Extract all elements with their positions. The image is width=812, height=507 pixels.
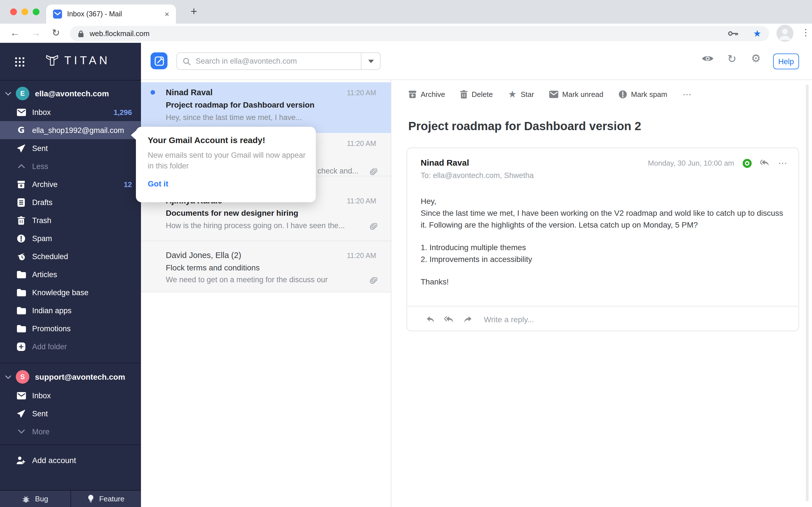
email-time: 11:20 AM — [347, 196, 376, 206]
body-paragraph: Since the last time we met, I have been … — [421, 207, 785, 231]
refresh-icon[interactable]: ↻ — [52, 26, 60, 40]
forward-icon[interactable] — [463, 316, 472, 323]
attachment-paperclip-icon — [369, 167, 377, 175]
window-minimize-button[interactable] — [21, 8, 28, 15]
read-receipts-eye-icon[interactable] — [702, 55, 714, 62]
trash-icon — [460, 90, 468, 99]
window-zoom-button[interactable] — [33, 8, 40, 15]
account-email: support@avontech.com — [35, 372, 125, 381]
account-support[interactable]: S support@avontech.com — [0, 367, 141, 386]
reply-all-icon[interactable] — [760, 159, 770, 167]
sidebar-item-scheduled[interactable]: Scheduled — [0, 247, 141, 265]
sidebar-item-knowledge-base[interactable]: Knowledge base — [0, 283, 141, 301]
brand-name: TITAN — [64, 54, 110, 67]
message-more-icon[interactable]: ⋯ — [778, 158, 787, 168]
drafts-icon — [16, 198, 26, 207]
more-actions-icon[interactable]: ⋯ — [682, 89, 692, 100]
sidebar-item-indian-apps[interactable]: Indian apps — [0, 301, 141, 320]
sidebar-item-articles[interactable]: Articles — [0, 265, 141, 283]
browser-profile-avatar[interactable] — [776, 25, 794, 42]
back-icon[interactable]: ← — [10, 26, 20, 40]
sidebar-item-support-inbox[interactable]: Inbox — [0, 386, 141, 404]
email-time: 11:20 AM — [347, 88, 376, 98]
unread-count: 1,296 — [114, 108, 132, 116]
account-email: ella@avontech.com — [35, 89, 109, 98]
sidebar-item-label: Inbox — [32, 108, 114, 116]
search-options-dropdown[interactable] — [361, 53, 380, 69]
sidebar-item-sent[interactable]: Sent — [0, 139, 141, 157]
chevron-down-icon[interactable] — [5, 92, 12, 96]
email-sender: Ninad Raval — [166, 87, 337, 98]
chevron-down-icon — [16, 427, 26, 436]
body-list-item: 1. Introducing multiple themes — [421, 242, 785, 253]
bug-button[interactable]: Bug — [0, 491, 71, 507]
mark-spam-button[interactable]: Mark spam — [619, 90, 667, 99]
star-icon: ★ — [508, 90, 517, 99]
sidebar-item-label: More — [32, 427, 132, 436]
got-it-button[interactable]: Got it — [148, 179, 304, 188]
sidebar-item-less[interactable]: Less — [0, 157, 141, 175]
folder-icon — [16, 324, 26, 333]
sidebar-item-spam[interactable]: Spam — [0, 229, 141, 247]
help-button[interactable]: Help — [773, 54, 799, 69]
add-account-button[interactable]: Add account — [0, 445, 141, 472]
account-ella[interactable]: E ella@avontech.com — [0, 84, 141, 103]
reply-bar[interactable]: Write a reply... — [407, 306, 799, 332]
tab-favicon-mail-icon — [53, 10, 62, 18]
address-bar[interactable]: web.flockmail.com ★ — [70, 26, 769, 41]
sidebar-item-add-folder[interactable]: Add folder — [0, 337, 141, 355]
lightbulb-icon — [87, 495, 94, 503]
refresh-mail-icon[interactable]: ↻ — [727, 52, 737, 65]
search-placeholder: Search in ella@avontech.com — [196, 57, 361, 65]
sidebar-item-more[interactable]: More — [0, 422, 141, 441]
popup-title: Your Gmail Account is ready! — [148, 135, 304, 145]
app-window: Inbox (367) - Mail × + ← → ↻ web.flockma… — [0, 0, 812, 507]
password-key-icon[interactable] — [728, 31, 739, 37]
browser-tab[interactable]: Inbox (367) - Mail × — [46, 4, 176, 24]
email-list-item-selected[interactable]: Ninad Raval 11:20 AM Project roadmap for… — [141, 82, 391, 133]
sidebar-header: TITAN — [0, 43, 141, 80]
apps-grid-icon[interactable] — [15, 57, 25, 67]
mark-unread-button[interactable]: Mark unread — [549, 90, 603, 99]
sidebar: TITAN E ella@avontech.com Inbox 1,296 G — [0, 43, 141, 507]
settings-gear-icon[interactable]: ⚙ — [751, 52, 761, 65]
scheduled-send-icon — [16, 251, 26, 261]
reply-placeholder[interactable]: Write a reply... — [484, 315, 534, 324]
bookmark-star-icon[interactable]: ★ — [753, 29, 761, 38]
sidebar-item-gmail-account[interactable]: G ella_shop1992@gmail.com — [0, 121, 141, 139]
new-tab-button[interactable]: + — [191, 5, 197, 18]
window-close-button[interactable] — [10, 8, 17, 15]
archive-icon — [16, 179, 26, 189]
archive-button[interactable]: Archive — [408, 90, 445, 99]
tab-close-icon[interactable]: × — [165, 10, 169, 18]
sidebar-item-archive[interactable]: Archive 12 — [0, 175, 141, 193]
sidebar-item-label: Add folder — [32, 342, 132, 351]
sidebar-item-label: Spam — [32, 234, 132, 242]
sidebar-item-support-sent[interactable]: Sent — [0, 404, 141, 422]
feedback-bar: Bug Feature — [0, 490, 141, 507]
star-button[interactable]: ★ Star — [508, 90, 534, 99]
scrollbar[interactable] — [806, 84, 809, 501]
chevron-down-icon[interactable] — [5, 375, 12, 379]
email-preview: check and... — [317, 166, 364, 176]
search-bar[interactable]: Search in ella@avontech.com — [176, 52, 380, 70]
sidebar-item-trash[interactable]: Trash — [0, 211, 141, 229]
sidebar-item-inbox[interactable]: Inbox 1,296 — [0, 103, 141, 121]
browser-tabstrip: Inbox (367) - Mail × + — [0, 0, 812, 24]
message-body: Hey, Since the last time we met, I have … — [421, 195, 785, 288]
reply-icon[interactable] — [426, 316, 435, 323]
feature-button[interactable]: Feature — [71, 491, 141, 507]
email-list-item[interactable]: David Jones, Ella (2) 11:20 AM Flock ter… — [141, 241, 391, 292]
delete-button[interactable]: Delete — [460, 90, 493, 99]
sidebar-item-promotions[interactable]: Promotions — [0, 320, 141, 337]
sidebar-item-drafts[interactable]: Drafts — [0, 193, 141, 211]
sidebar-item-label: Sent — [32, 409, 132, 418]
compose-button[interactable] — [151, 52, 167, 69]
attachment-paperclip-icon — [369, 222, 377, 230]
url-text: web.flockmail.com — [90, 29, 728, 38]
folder-icon — [16, 305, 26, 315]
sidebar-item-label: Less — [32, 162, 132, 170]
message-to: To: ella@avontech.com, Shwetha — [421, 171, 785, 180]
browser-menu-icon[interactable]: ⋮ — [801, 27, 810, 38]
reply-all-icon[interactable] — [444, 316, 454, 323]
